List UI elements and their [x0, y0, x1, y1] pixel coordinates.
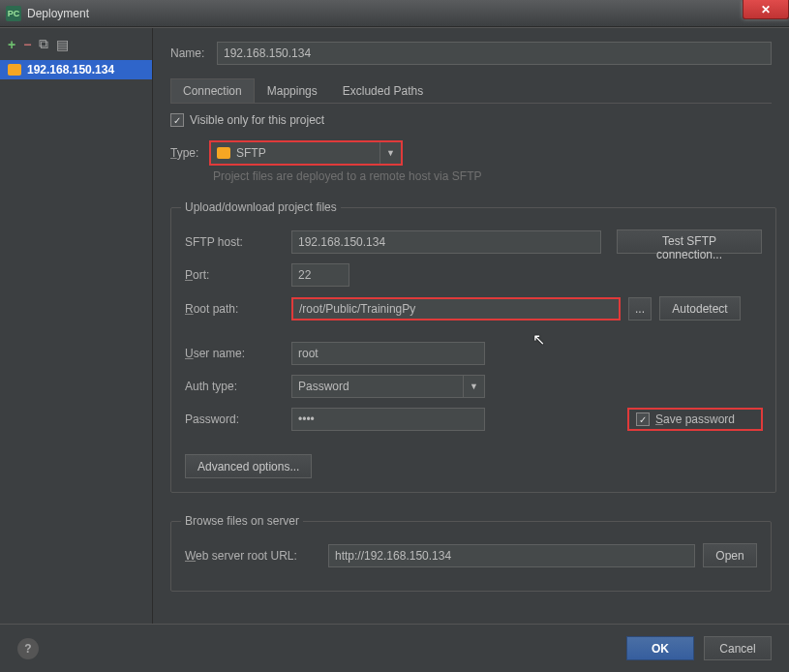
- ok-button[interactable]: OK: [626, 636, 694, 660]
- help-icon[interactable]: ?: [17, 638, 39, 659]
- visible-only-row[interactable]: ✓ Visible only for this project: [170, 113, 772, 127]
- advanced-options-button[interactable]: Advanced options...: [185, 454, 312, 478]
- tab-excluded[interactable]: Excluded Paths: [330, 78, 436, 103]
- web-url-input[interactable]: [328, 544, 695, 567]
- server-label: 192.168.150.134: [27, 63, 114, 76]
- upload-group: Upload/download project files SFTP host:…: [170, 200, 776, 493]
- test-connection-button[interactable]: Test SFTP connection...: [617, 229, 762, 254]
- save-password-checkbox[interactable]: ✓: [636, 412, 650, 426]
- auth-type-select[interactable]: Password ▼: [291, 375, 485, 398]
- sftp-host-label: SFTP host:: [185, 235, 284, 249]
- browse-path-button[interactable]: ...: [628, 297, 652, 321]
- app-icon: PC: [6, 6, 21, 21]
- save-password-row[interactable]: ✓ Save password: [628, 409, 762, 430]
- upload-group-legend: Upload/download project files: [181, 200, 341, 214]
- type-select[interactable]: SFTP ▼: [209, 140, 403, 166]
- browse-group-legend: Browse files on server: [181, 514, 303, 528]
- name-input[interactable]: [217, 42, 772, 65]
- copy-icon[interactable]: ⧉: [39, 36, 48, 52]
- auth-type-value: Password: [298, 380, 349, 393]
- tab-mappings[interactable]: Mappings: [255, 78, 330, 103]
- type-hint: Project files are deployed to a remote h…: [213, 169, 772, 183]
- sftp-host-input[interactable]: [291, 230, 601, 254]
- tab-connection[interactable]: Connection: [170, 78, 255, 103]
- sidebar-toolbar: + − ⧉ ▤: [0, 32, 152, 56]
- tabs: Connection Mappings Excluded Paths: [170, 78, 772, 104]
- password-label: Password:: [185, 412, 284, 426]
- web-url-label: Web server root URL:: [185, 549, 320, 563]
- window-title: Deployment: [27, 7, 89, 20]
- server-list-item[interactable]: 192.168.150.134: [0, 60, 152, 79]
- autodetect-button[interactable]: Autodetect: [659, 296, 741, 321]
- layout-icon[interactable]: ▤: [56, 37, 69, 52]
- open-url-button[interactable]: Open: [703, 543, 757, 567]
- username-input[interactable]: [291, 342, 485, 365]
- add-server-icon[interactable]: +: [8, 37, 15, 52]
- cancel-button[interactable]: Cancel: [704, 636, 772, 660]
- close-button[interactable]: ✕: [743, 0, 789, 19]
- sftp-icon: [217, 147, 230, 159]
- save-password-label: Save password: [655, 412, 735, 426]
- titlebar: PC Deployment ✕: [0, 0, 789, 27]
- type-value: SFTP: [236, 146, 266, 160]
- server-icon: [8, 64, 21, 76]
- browse-group: Browse files on server Web server root U…: [170, 514, 772, 592]
- dropdown-arrow-icon: ▼: [463, 376, 484, 397]
- root-path-label: Root path:: [185, 302, 284, 316]
- remove-server-icon[interactable]: −: [23, 37, 31, 52]
- password-input[interactable]: [291, 408, 485, 431]
- root-path-input[interactable]: [291, 297, 621, 321]
- username-label: User name:: [185, 347, 284, 360]
- type-label: Type:: [170, 146, 209, 160]
- port-input[interactable]: [291, 263, 349, 287]
- main-panel: Name: Connection Mappings Excluded Paths…: [153, 28, 789, 624]
- name-label: Name:: [170, 46, 217, 60]
- dropdown-arrow-icon: ▼: [379, 142, 401, 164]
- sidebar: + − ⧉ ▤ 192.168.150.134: [0, 28, 153, 624]
- visible-only-label: Visible only for this project: [190, 113, 324, 127]
- port-label: Port:: [185, 268, 284, 282]
- auth-type-label: Auth type:: [185, 380, 284, 393]
- visible-only-checkbox[interactable]: ✓: [170, 113, 184, 127]
- dialog-footer: ? OK Cancel: [0, 624, 789, 672]
